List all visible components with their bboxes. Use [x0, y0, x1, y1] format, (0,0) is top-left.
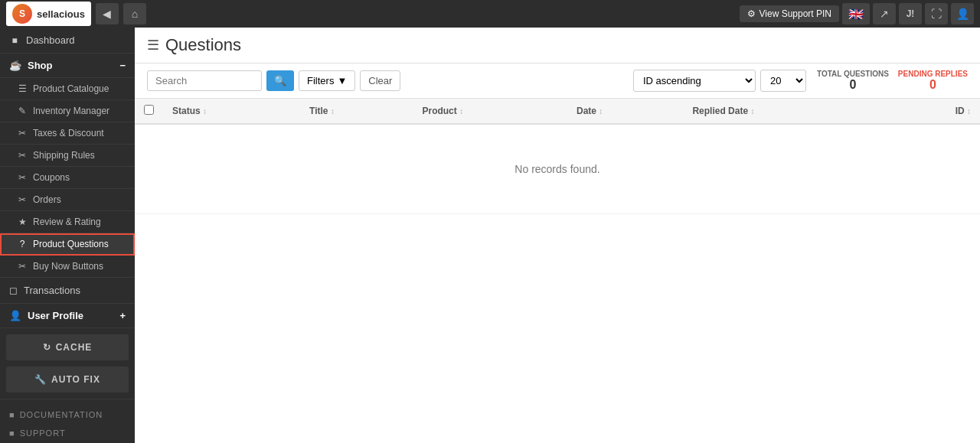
home-button[interactable]: ⌂ — [123, 3, 146, 24]
title-sort-icon[interactable]: ↕ — [331, 107, 335, 116]
main-layout: ■ Dashboard ☕ Shop − ☰ Product Catalogue… — [0, 28, 980, 443]
sort-select[interactable]: ID ascending ID descending Title ascendi… — [633, 70, 756, 92]
pending-replies-label: PENDING REPLIES — [898, 70, 968, 78]
user-button[interactable]: 👤 — [951, 3, 974, 24]
page-title-icon: ☰ — [147, 37, 159, 54]
table-container: Status ↕ Title ↕ Product ↕ Date — [135, 99, 980, 443]
filters-dropdown-icon: ▼ — [337, 75, 347, 86]
sidebar-item-orders[interactable]: ✂ Orders — [0, 189, 135, 211]
product-sort-icon[interactable]: ↕ — [459, 107, 463, 116]
pending-replies-value: 0 — [898, 78, 968, 92]
product-catalogue-label: Product Catalogue — [33, 83, 109, 94]
questions-icon: ? — [17, 239, 28, 249]
fullscreen-button[interactable]: ⛶ — [925, 3, 948, 24]
search-input[interactable] — [147, 70, 262, 91]
table-head: Status ↕ Title ↕ Product ↕ Date — [135, 99, 980, 124]
logo-text: sellacious — [37, 8, 85, 20]
content-header: ☰ Questions — [135, 28, 980, 64]
total-questions-label: TOTAL QUESTIONS — [817, 70, 889, 78]
documentation-link[interactable]: ■ DOCUMENTATION — [9, 406, 126, 424]
support-icon: ⚙ — [747, 8, 756, 19]
page-title-area: ☰ Questions — [147, 35, 241, 55]
col-replied-date-label: Replied Date — [692, 106, 748, 116]
review-icon: ★ — [17, 217, 28, 227]
sidebar-item-dashboard[interactable]: ■ Dashboard — [0, 28, 135, 54]
table-body: No records found. — [135, 124, 980, 214]
transactions-label: Transactions — [24, 285, 80, 296]
shop-icon: ☕ — [9, 60, 21, 71]
filters-label: Filters — [307, 75, 334, 86]
status-sort-icon[interactable]: ↕ — [203, 107, 207, 116]
top-nav-right: ⚙ View Support PIN 🇬🇧 ↗ J! ⛶ 👤 — [740, 3, 975, 24]
toolbar: 🔍 Filters ▼ Clear ID ascending ID descen… — [135, 64, 980, 99]
clear-label: Clear — [368, 75, 392, 86]
external-link-button[interactable]: ↗ — [873, 3, 896, 24]
clear-button[interactable]: Clear — [360, 70, 400, 91]
joomla-button[interactable]: J! — [899, 3, 922, 24]
col-product[interactable]: Product ↕ — [413, 99, 567, 124]
select-all-col — [135, 99, 163, 124]
sidebar-item-coupons[interactable]: ✂ Coupons — [0, 167, 135, 189]
inventory-label: Inventory Manager — [33, 106, 109, 116]
cache-label: CACHE — [56, 342, 93, 353]
col-date-label: Date — [577, 106, 596, 116]
select-all-checkbox[interactable] — [144, 105, 154, 115]
id-sort-icon[interactable]: ↕ — [967, 107, 971, 116]
dashboard-icon: ■ — [9, 35, 20, 46]
page-title: Questions — [165, 35, 241, 55]
sidebar-section-shop[interactable]: ☕ Shop − — [0, 54, 135, 78]
sidebar-item-buy-now-buttons[interactable]: ✂ Buy Now Buttons — [0, 256, 135, 278]
col-status-label: Status — [172, 106, 201, 116]
sidebar-item-inventory-manager[interactable]: ✎ Inventory Manager — [0, 100, 135, 122]
sidebar-item-product-questions[interactable]: ? Product Questions — [0, 233, 135, 256]
col-id[interactable]: ID ↕ — [892, 99, 980, 124]
buynow-icon: ✂ — [17, 261, 28, 272]
total-questions-value: 0 — [817, 78, 889, 92]
taxes-label: Taxes & Discount — [33, 128, 104, 138]
search-button[interactable]: 🔍 — [266, 70, 294, 91]
flag-icon: 🇬🇧 — [848, 7, 864, 21]
no-records-cell: No records found. — [135, 124, 980, 214]
replied-date-sort-icon[interactable]: ↕ — [750, 107, 754, 116]
sidebar-section-user-profile[interactable]: 👤 User Profile + — [0, 304, 135, 328]
sidebar-item-review-rating[interactable]: ★ Review & Rating — [0, 211, 135, 233]
sidebar-item-shipping-rules[interactable]: ✂ Shipping Rules — [0, 145, 135, 167]
autofix-button[interactable]: 🔧 AUTO FIX — [6, 366, 129, 393]
count-select[interactable]: 20 50 100 — [760, 70, 806, 92]
col-date[interactable]: Date ↕ — [567, 99, 683, 124]
total-questions-block: TOTAL QUESTIONS 0 — [817, 70, 889, 92]
sidebar: ■ Dashboard ☕ Shop − ☰ Product Catalogue… — [0, 28, 135, 443]
review-label: Review & Rating — [33, 217, 101, 227]
sidebar-item-transactions[interactable]: ◻ Transactions — [0, 278, 135, 304]
support-link[interactable]: ■ SUPPORT — [9, 424, 126, 442]
autofix-icon: 🔧 — [34, 374, 47, 385]
shipping-label: Shipping Rules — [33, 150, 95, 161]
stats-area: TOTAL QUESTIONS 0 PENDING REPLIES 0 — [817, 70, 968, 92]
top-nav-left: S sellacious ◀ ⌂ — [6, 2, 146, 26]
flag-button[interactable]: 🇬🇧 — [842, 3, 870, 24]
support-pin-label: View Support PIN — [760, 8, 832, 19]
sidebar-item-product-catalogue[interactable]: ☰ Product Catalogue — [0, 78, 135, 100]
product-catalogue-icon: ☰ — [17, 83, 28, 94]
transactions-icon: ◻ — [9, 285, 18, 296]
content-area: ☰ Questions 🔍 Filters ▼ Clear ID ascendi… — [135, 28, 980, 443]
view-support-pin-button[interactable]: ⚙ View Support PIN — [740, 5, 840, 22]
filters-button[interactable]: Filters ▼ — [299, 70, 355, 91]
top-navigation: S sellacious ◀ ⌂ ⚙ View Support PIN 🇬🇧 ↗… — [0, 0, 980, 28]
col-title[interactable]: Title ↕ — [300, 99, 413, 124]
questions-table: Status ↕ Title ↕ Product ↕ Date — [135, 99, 980, 214]
buynow-label: Buy Now Buttons — [33, 261, 103, 272]
cache-button[interactable]: ↻ CACHE — [6, 334, 129, 360]
col-replied-date[interactable]: Replied Date ↕ — [683, 99, 892, 124]
documentation-label: DOCUMENTATION — [20, 410, 103, 419]
taxes-icon: ✂ — [17, 128, 28, 138]
logo-area: S sellacious — [6, 2, 91, 26]
user-profile-label: User Profile — [28, 310, 83, 321]
back-button[interactable]: ◀ — [96, 3, 119, 24]
shop-label: Shop — [28, 60, 53, 71]
pending-replies-block: PENDING REPLIES 0 — [898, 70, 968, 92]
sidebar-item-taxes-discount[interactable]: ✂ Taxes & Discount — [0, 122, 135, 145]
sellacious-logo-icon: S — [12, 4, 32, 24]
date-sort-icon[interactable]: ↕ — [599, 107, 603, 116]
col-status[interactable]: Status ↕ — [163, 99, 300, 124]
